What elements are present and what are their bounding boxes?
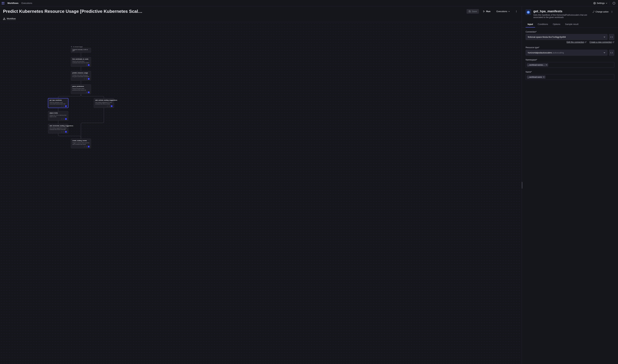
name-input[interactable]: _.workload.name ✕ [526, 74, 614, 80]
trigger-node[interactable]: On demand trigger Triggered manually or … [71, 46, 91, 52]
code-icon [610, 36, 613, 39]
svg-point-20 [86, 146, 87, 147]
tab-input[interactable]: Input [526, 21, 535, 27]
field-namespace: Namespace* _.workload.names… ✕ [526, 59, 614, 68]
node-add-horizontal-scaling[interactable]: add_horizontal_scaling_suggestions Add s… [48, 124, 68, 133]
chip-remove-icon[interactable]: ✕ [543, 76, 544, 78]
app-grid-icon[interactable] [2, 2, 4, 5]
node-parse-predictions[interactable]: parse_predictions Parses the given Davis… [71, 84, 91, 94]
svg-point-17 [109, 106, 110, 106]
action-details-pane: get_hpa_manifests Gets the manifests of … [522, 6, 618, 364]
svg-point-14 [86, 79, 87, 79]
node-title: create_scaling_events [72, 140, 90, 142]
help-icon[interactable] [612, 1, 616, 6]
svg-rect-3 [3, 3, 4, 4]
save-icon [469, 10, 471, 13]
eye-icon [86, 64, 87, 66]
eye-icon [63, 105, 64, 107]
node-desc: Trigger a custom Davis event for each wo… [72, 142, 90, 145]
settings-label: Settings [597, 2, 605, 4]
trigger-desc: Triggered manually or with an API [71, 48, 91, 52]
pane-splitter[interactable] [522, 182, 522, 189]
workflow-title: Predict Kubernetes Resource Usage [Predi… [3, 9, 465, 14]
eye-icon [63, 118, 64, 120]
eye-icon [63, 131, 64, 132]
new-connection-link[interactable]: Create a new connection [590, 41, 614, 43]
nav-executions[interactable]: Executions [22, 2, 32, 4]
top-nav: Workflows Executions Settings [0, 0, 618, 6]
action-more-menu[interactable] [610, 9, 614, 14]
svg-rect-10 [4, 18, 5, 18]
workflow-canvas[interactable]: On demand trigger Triggered manually or … [0, 22, 522, 364]
status-badge [65, 131, 67, 133]
node-get-hpa-manifests[interactable]: get_hpa_manifests Gets the manifests of … [48, 98, 68, 108]
resource-type-select[interactable]: horizontalpodautoscalers.autoscaling [526, 50, 607, 56]
status-badge [88, 146, 90, 147]
svg-point-13 [86, 65, 87, 65]
external-link-icon [613, 41, 614, 43]
edit-connection-link[interactable]: Edit this connection [566, 41, 587, 43]
node-desc: Add scaling suggestions to each workload… [95, 102, 112, 105]
svg-point-24 [612, 12, 612, 12]
node-create-scaling-events[interactable]: create_scaling_events Trigger a custom D… [71, 139, 91, 148]
save-label: Save [472, 10, 477, 13]
loop-icon [107, 105, 108, 107]
chevron-down-icon [604, 36, 605, 38]
status-badge [88, 91, 90, 93]
field-connection: Connection* fictional-space-fiesta-9vx7x… [526, 31, 614, 43]
loop-icon [84, 146, 85, 147]
executions-label: Executions [497, 10, 507, 13]
svg-point-19 [64, 132, 64, 132]
expression-chip[interactable]: _.workload.names… ✕ [527, 63, 548, 66]
eye-icon [109, 105, 110, 107]
tab-sample-result[interactable]: Sample result [563, 21, 580, 27]
namespace-input[interactable]: _.workload.names… ✕ [526, 62, 614, 68]
svg-point-7 [516, 11, 516, 11]
node-predict-resource[interactable]: predict_resource_usage Predicts how much… [71, 71, 91, 80]
executions-dropdown[interactable]: Executions [494, 9, 512, 14]
swap-icon [592, 11, 595, 13]
node-adjust-limits[interactable]: adjust_limits Adjusts the CPU & Memory l… [48, 111, 68, 121]
node-title: find_workloads_to_scale [72, 58, 90, 60]
action-tabs: Input Conditions Options Sample result [522, 21, 618, 28]
node-desc: Parses the given Davis predictions and r… [72, 88, 90, 91]
connection-select[interactable]: fictional-space-fiesta-9vx7xv9qgr3p494 [526, 34, 607, 40]
code-toggle-button[interactable] [609, 34, 614, 40]
tab-options[interactable]: Options [551, 21, 562, 27]
chevron-down-icon [606, 2, 607, 4]
loop-icon [61, 105, 62, 107]
node-find-workloads[interactable]: find_workloads_to_scale Returns all Kube… [71, 57, 91, 67]
svg-marker-6 [484, 11, 485, 12]
svg-point-25 [612, 12, 612, 13]
node-add-vertical-scaling[interactable]: add_vertical_scaling_suggestions Add sca… [94, 98, 114, 108]
workflow-breadcrumb[interactable]: Workflow [7, 17, 16, 20]
svg-point-16 [64, 106, 64, 106]
trigger-label: On demand trigger [73, 46, 83, 47]
more-menu-button[interactable] [514, 9, 519, 14]
run-button[interactable]: Run [481, 9, 492, 14]
settings-button[interactable]: Settings [593, 2, 607, 4]
external-link-icon [585, 41, 587, 43]
code-toggle-button[interactable] [609, 50, 614, 56]
svg-rect-0 [2, 2, 3, 3]
svg-rect-11 [3, 19, 4, 20]
change-action-label: Change action [596, 11, 609, 13]
field-label: Name* [526, 71, 614, 73]
loop-icon [61, 131, 62, 132]
hierarchy-icon [3, 18, 5, 20]
chip-remove-icon[interactable]: ✕ [546, 64, 547, 66]
nav-workflows[interactable]: Workflows [7, 2, 19, 4]
eye-icon [86, 78, 87, 79]
lightning-icon [71, 46, 72, 47]
tab-conditions[interactable]: Conditions [536, 21, 550, 27]
change-action-button[interactable]: Change action [592, 11, 609, 13]
expression-chip[interactable]: _.workload.name ✕ [527, 76, 546, 79]
code-icon [610, 52, 613, 54]
svg-rect-12 [5, 19, 5, 20]
node-title: add_horizontal_scaling_suggestions [50, 125, 67, 127]
svg-rect-2 [2, 3, 3, 4]
svg-point-9 [516, 12, 516, 12]
status-badge [65, 105, 67, 107]
field-resource-type: Resource type* horizontalpodautoscalers.… [526, 46, 614, 56]
node-desc: Predicts how much resources the given Ku… [72, 74, 90, 77]
